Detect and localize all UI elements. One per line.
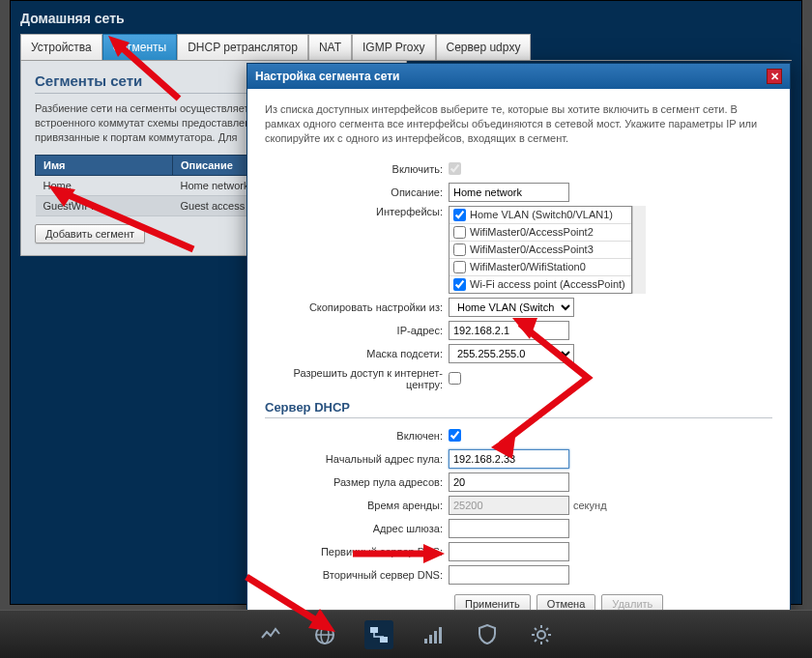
tab-dhcp-relay[interactable]: DHCP ретранслятор [177,34,308,60]
pool-start-label: Начальный адрес пула: [265,453,449,465]
iface-checkbox[interactable] [453,209,466,221]
svg-point-9 [537,631,545,639]
interfaces-label: Интерфейсы: [265,206,449,217]
iface-checkbox[interactable] [453,243,466,256]
gear-icon[interactable] [527,620,556,649]
mask-select[interactable]: 255.255.255.0 [449,344,574,363]
globe-icon[interactable] [310,620,339,649]
tab-igmp[interactable]: IGMP Proxy [352,34,435,60]
modal-header: Настройка сегмента сети ✕ [247,64,790,89]
tab-nat[interactable]: NAT [308,34,352,60]
iface-label: Home VLAN (Switch0/VLAN1) [470,209,613,220]
signal-icon[interactable] [419,620,448,649]
segment-settings-modal: Настройка сегмента сети ✕ Из списка дост… [246,63,791,624]
gateway-field[interactable] [449,519,569,538]
list-item[interactable]: WifiMaster0/WifiStation0 [450,259,631,276]
gateway-label: Адрес шлюза: [265,523,449,534]
enable-checkbox [449,162,461,175]
close-icon[interactable]: ✕ [767,69,782,84]
copy-select[interactable]: Home VLAN (Switch0/VLAN1) [449,298,574,317]
svg-line-14 [535,628,536,630]
svg-rect-7 [434,631,437,644]
page-title: Домашняя сеть [20,11,792,26]
svg-rect-8 [439,627,442,644]
network-icon[interactable] [364,620,393,649]
row-name: Home [36,175,173,195]
iface-checkbox[interactable] [453,278,466,291]
mask-label: Маска подсети: [265,348,449,359]
row-name: GuestWIFI [36,195,173,215]
dns2-label: Вторичный сервер DNS: [265,569,449,581]
iface-checkbox[interactable] [453,261,466,273]
scrollbar[interactable] [632,206,646,294]
ip-label: IP-адрес: [265,325,449,336]
svg-line-16 [535,640,536,642]
description-label: Описание: [265,186,449,198]
dns1-field[interactable] [449,542,569,561]
allow-label: Разрешить доступ к интернет-центру: [265,367,449,390]
shield-icon[interactable] [473,620,502,649]
lease-unit: секунд [573,500,607,511]
iface-label: WifiMaster0/AccessPoint3 [470,243,594,255]
tabs: Устройства Сегменты DHCP ретранслятор NA… [20,34,792,61]
iface-label: WifiMaster0/AccessPoint2 [470,226,594,238]
dns1-label: Первичный сервер DNS: [265,546,449,558]
iface-label: WifiMaster0/WifiStation0 [470,261,586,272]
pool-start-field[interactable] [449,449,569,469]
bottom-toolbar [0,610,812,658]
dns2-field[interactable] [449,565,569,585]
pool-size-label: Размер пула адресов: [265,476,449,488]
modal-title: Настройка сегмента сети [255,70,399,83]
svg-line-17 [546,628,548,630]
allow-checkbox[interactable] [449,372,461,385]
interfaces-list[interactable]: Home VLAN (Switch0/VLAN1) WifiMaster0/Ac… [449,206,632,294]
list-item[interactable]: WifiMaster0/AccessPoint2 [450,224,631,242]
iface-label: Wi-Fi access point (AccessPoint) [470,278,625,290]
col-name: Имя [36,155,173,175]
enable-label: Включить: [265,163,449,175]
svg-rect-4 [380,637,388,643]
svg-rect-6 [429,635,432,644]
lease-label: Время аренды: [265,500,449,511]
add-segment-button[interactable]: Добавить сегмент [35,224,145,243]
svg-line-15 [546,640,548,642]
lease-field [449,496,569,515]
tab-segments[interactable]: Сегменты [102,34,177,60]
copy-label: Скопировать настройки из: [265,301,449,313]
list-item[interactable]: Wi-Fi access point (AccessPoint) [450,276,631,293]
tab-devices[interactable]: Устройства [20,34,102,60]
status-icon[interactable] [256,620,285,649]
modal-desc: Из списка доступных интерфейсов выберите… [265,102,772,146]
description-field[interactable] [449,183,569,202]
list-item[interactable]: Home VLAN (Switch0/VLAN1) [450,207,631,224]
svg-rect-5 [424,639,427,644]
iface-checkbox[interactable] [453,226,466,239]
tab-udpxy[interactable]: Сервер udpxy [436,34,532,60]
dhcp-enabled-checkbox[interactable] [449,429,461,442]
svg-rect-3 [370,627,378,633]
dhcp-title: Сервер DHCP [265,400,772,418]
ip-field[interactable] [449,321,569,340]
pool-size-field[interactable] [449,472,569,492]
list-item[interactable]: WifiMaster0/AccessPoint3 [450,242,631,259]
dhcp-enabled-label: Включен: [265,430,449,442]
